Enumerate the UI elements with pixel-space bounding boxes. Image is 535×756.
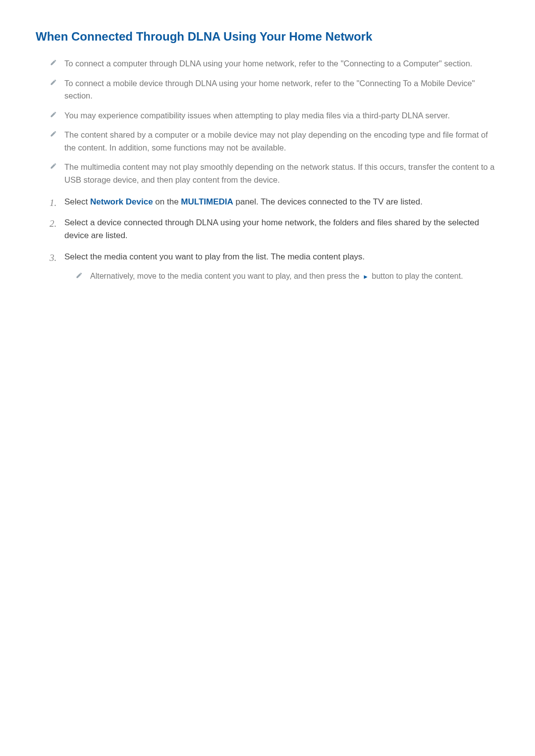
note-text: The content shared by a computer or a mo… bbox=[64, 130, 488, 152]
note-text: You may experience compatibility issues … bbox=[64, 111, 450, 120]
subnote-suffix: button to play the content. bbox=[370, 272, 463, 280]
highlight-network-device: Network Device bbox=[90, 197, 153, 206]
pencil-icon bbox=[50, 162, 57, 170]
step-text: Select a device connected through DLNA u… bbox=[64, 218, 479, 240]
step-mid: on the bbox=[153, 197, 181, 206]
note-text: To connect a mobile device through DLNA … bbox=[64, 79, 475, 101]
step-text: Select Network Device on the MULTIMEDIA … bbox=[64, 197, 423, 206]
play-icon: ► bbox=[362, 272, 370, 282]
step-prefix: Select bbox=[64, 197, 90, 206]
note-text: The multimedia content may not play smoo… bbox=[64, 162, 495, 184]
note-item: You may experience compatibility issues … bbox=[50, 109, 499, 122]
highlight-multimedia: MULTIMEDIA bbox=[181, 197, 233, 206]
pencil-icon bbox=[50, 130, 57, 138]
note-text: To connect a computer through DLNA using… bbox=[64, 59, 472, 68]
steps-list: Select Network Device on the MULTIMEDIA … bbox=[36, 196, 499, 283]
pencil-icon bbox=[50, 110, 57, 118]
note-item: The multimedia content may not play smoo… bbox=[50, 161, 499, 186]
sub-note-list: Alternatively, move to the media content… bbox=[64, 270, 499, 283]
step-suffix: panel. The devices connected to the TV a… bbox=[233, 197, 423, 206]
pencil-icon bbox=[75, 271, 83, 279]
note-text: Alternatively, move to the media content… bbox=[90, 272, 463, 280]
step-text: Select the media content you want to pla… bbox=[64, 252, 365, 261]
subnote-prefix: Alternatively, move to the media content… bbox=[90, 272, 362, 280]
pencil-icon bbox=[50, 78, 57, 86]
notes-list: To connect a computer through DLNA using… bbox=[36, 57, 499, 187]
section-heading: When Connected Through DLNA Using Your H… bbox=[36, 30, 499, 44]
pencil-icon bbox=[50, 58, 57, 66]
step-item: Select Network Device on the MULTIMEDIA … bbox=[50, 196, 499, 208]
note-item: The content shared by a computer or a mo… bbox=[50, 129, 499, 154]
note-item: To connect a computer through DLNA using… bbox=[50, 57, 499, 70]
note-item: Alternatively, move to the media content… bbox=[75, 270, 499, 283]
step-item: Select a device connected through DLNA u… bbox=[50, 216, 499, 243]
step-item: Select the media content you want to pla… bbox=[50, 251, 499, 283]
note-item: To connect a mobile device through DLNA … bbox=[50, 77, 499, 102]
